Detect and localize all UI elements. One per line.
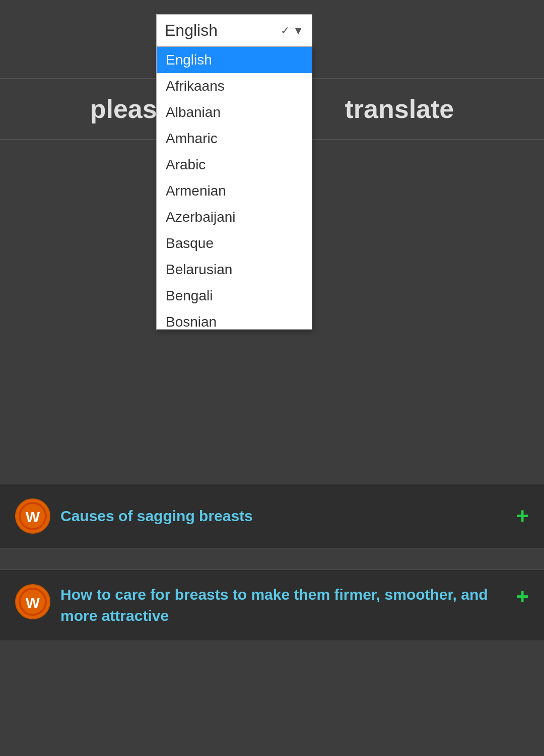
chevron-down-icon: ✓ ▼ xyxy=(281,24,304,37)
svg-text:W: W xyxy=(26,509,40,525)
language-option-en[interactable]: English xyxy=(157,47,312,73)
language-dropdown-list: EnglishAfrikaansAlbanianAmharicArabicArm… xyxy=(156,47,312,330)
logo-icon-2: W xyxy=(15,584,50,619)
language-select-trigger[interactable]: English ✓ ▼ xyxy=(156,14,312,47)
language-option-eu[interactable]: Basque xyxy=(157,230,312,257)
language-list-inner[interactable]: EnglishAfrikaansAlbanianAmharicArabicArm… xyxy=(157,47,312,329)
article-title-1: Causes of sagging breasts xyxy=(60,506,253,527)
language-dropdown-wrapper: English ✓ ▼ EnglishAfrikaansAlbanianAmha… xyxy=(156,14,312,47)
selected-language-label: English xyxy=(165,21,218,40)
language-option-be[interactable]: Belarusian xyxy=(157,257,312,283)
svg-text:W: W xyxy=(26,594,40,611)
language-option-hy[interactable]: Armenian xyxy=(157,178,312,204)
article-card-1: W Causes of sagging breasts + xyxy=(0,484,544,548)
language-option-ar[interactable]: Arabic xyxy=(157,152,312,178)
language-option-bn[interactable]: Bengali xyxy=(157,283,312,309)
article-left-1: W Causes of sagging breasts xyxy=(15,498,506,534)
article-plus-icon-2[interactable]: + xyxy=(516,584,529,609)
article-left-2: W How to care for breasts to make them f… xyxy=(15,584,506,626)
language-option-sq[interactable]: Albanian xyxy=(157,99,312,125)
logo-icon-1: W xyxy=(15,498,50,534)
article-card-2: W How to care for breasts to make them f… xyxy=(0,570,544,641)
language-option-az[interactable]: Azerbaijani xyxy=(157,204,312,230)
article-plus-icon-1[interactable]: + xyxy=(516,503,529,529)
language-option-bs[interactable]: Bosnian xyxy=(157,309,312,329)
language-option-am[interactable]: Amharic xyxy=(157,125,312,152)
language-option-af[interactable]: Afrikaans xyxy=(157,73,312,99)
article-title-2: How to care for breasts to make them fir… xyxy=(60,584,506,626)
